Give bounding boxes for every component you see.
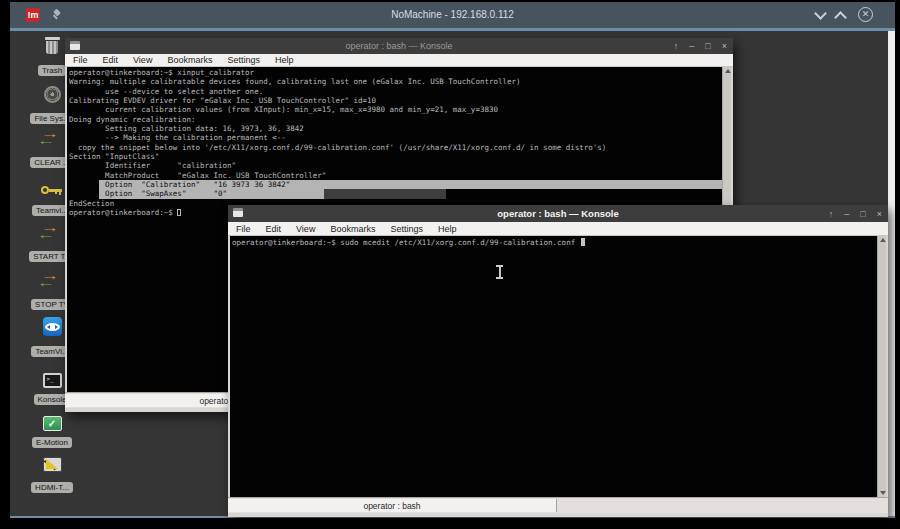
- konsole-mini-icon: [233, 208, 243, 217]
- terminal-prompt-line: operator@tinkerboard:~$ sudo mcedit /etc…: [232, 238, 877, 247]
- close-button[interactable]: ×: [722, 41, 727, 51]
- menu-settings[interactable]: Settings: [227, 55, 260, 65]
- close-button[interactable]: ×: [877, 209, 882, 219]
- session-title: NoMachine - 192.168.0.112: [10, 2, 895, 28]
- terminal-output[interactable]: operator@tinkerboard:~$ sudo mcedit /etc…: [230, 236, 877, 497]
- icon-label: E-Motion: [32, 437, 72, 448]
- terminal-line-selected: Option "SwapAxes" "0": [69, 189, 722, 198]
- maximize-button[interactable]: □: [705, 41, 710, 51]
- terminal-line: Identifier "calibration": [69, 161, 722, 170]
- window2-tabbar: operator : bash: [228, 497, 888, 513]
- terminal-line: operator@tinkerboard:~$ xinput_calibrato…: [69, 68, 722, 77]
- keep-above-button[interactable]: ↑: [674, 41, 679, 51]
- key-icon: [41, 185, 63, 195]
- menu-bookmarks[interactable]: Bookmarks: [167, 55, 212, 65]
- desktop-icon-hdmi-tester[interactable]: HDMI-T...: [16, 457, 88, 494]
- terminal-line: copy the snippet below into '/etc/X11/xo…: [69, 143, 722, 152]
- transfer-arrows-icon: →←: [40, 271, 64, 289]
- filesystem-icon: [44, 86, 61, 103]
- text-cursor-pointer-icon: [495, 265, 504, 279]
- terminal-cursor-active: [581, 238, 586, 246]
- trash-icon: [45, 37, 60, 55]
- terminal-line: Setting calibration data: 16, 3973, 36, …: [69, 124, 722, 133]
- desktop-icon-emotion[interactable]: ✓ E-Motion: [16, 413, 88, 449]
- scroll-up-icon[interactable]: [880, 238, 886, 242]
- menu-view[interactable]: View: [133, 55, 152, 65]
- keep-above-button[interactable]: ↑: [829, 209, 834, 219]
- window2-tab[interactable]: operator : bash: [228, 499, 557, 512]
- menu-bookmarks[interactable]: Bookmarks: [330, 224, 375, 234]
- konsole-window-front[interactable]: operator : bash — Konsole ↑ – □ × File E…: [228, 205, 888, 517]
- scroll-up-icon[interactable]: [725, 69, 731, 73]
- terminal-line: Calibrating EVDEV driver for "eGalax Inc…: [69, 96, 722, 105]
- menu-file[interactable]: File: [236, 224, 251, 234]
- window2-scrollbar[interactable]: [877, 236, 886, 497]
- konsole-mini-icon: [70, 41, 80, 50]
- menu-help[interactable]: Help: [275, 55, 294, 65]
- maximize-button[interactable]: □: [860, 209, 865, 219]
- transfer-arrows-icon: →←: [40, 223, 64, 241]
- menu-file[interactable]: File: [73, 55, 88, 65]
- terminal-line: --> Making the calibration permanent <--: [69, 133, 722, 142]
- scroll-down-icon[interactable]: [880, 491, 886, 495]
- menu-view[interactable]: View: [296, 224, 315, 234]
- terminal-line: MatchProduct "eGalax Inc. USB TouchContr…: [69, 171, 722, 180]
- menu-edit[interactable]: Edit: [266, 224, 282, 234]
- minimize-button[interactable]: –: [689, 41, 694, 51]
- nomachine-titlebar[interactable]: !m NoMachine - 192.168.0.112 ✕: [10, 2, 895, 28]
- window2-terminal-area[interactable]: operator@tinkerboard:~$ sudo mcedit /etc…: [228, 236, 888, 497]
- icon-label: Trash: [38, 65, 66, 76]
- hdmi-tester-icon: [43, 457, 62, 472]
- menu-edit[interactable]: Edit: [103, 55, 119, 65]
- window1-title: operator : bash — Konsole: [65, 41, 733, 51]
- close-circle-icon[interactable]: ✕: [858, 7, 873, 22]
- window1-menubar: File Edit View Bookmarks Settings Help: [65, 54, 733, 67]
- terminal-line: Doing dynamic recalibration:: [69, 115, 722, 124]
- window2-menubar: File Edit View Bookmarks Settings Help: [228, 222, 888, 236]
- terminal-line: current calibration values (from XInput)…: [69, 105, 722, 114]
- terminal-line: Warning: multiple calibratable devices f…: [69, 77, 722, 86]
- icon-label: HDMI-T...: [31, 482, 73, 493]
- terminal-line: use --device to select another one.: [69, 87, 722, 96]
- window1-titlebar[interactable]: operator : bash — Konsole ↑ – □ ×: [65, 38, 733, 54]
- window2-title: operator : bash — Konsole: [228, 208, 888, 219]
- background-window-edge: [888, 31, 895, 516]
- teamviewer-icon: [43, 317, 62, 336]
- emotion-check-icon: ✓: [43, 416, 62, 431]
- menu-help[interactable]: Help: [438, 224, 457, 234]
- minimize-button[interactable]: –: [844, 209, 849, 219]
- transfer-arrows-icon: →←: [40, 129, 64, 147]
- menu-settings[interactable]: Settings: [390, 224, 423, 234]
- window2-titlebar[interactable]: operator : bash — Konsole ↑ – □ ×: [228, 205, 888, 222]
- konsole-icon: >_: [43, 373, 62, 388]
- terminal-cursor-inactive: [177, 209, 181, 216]
